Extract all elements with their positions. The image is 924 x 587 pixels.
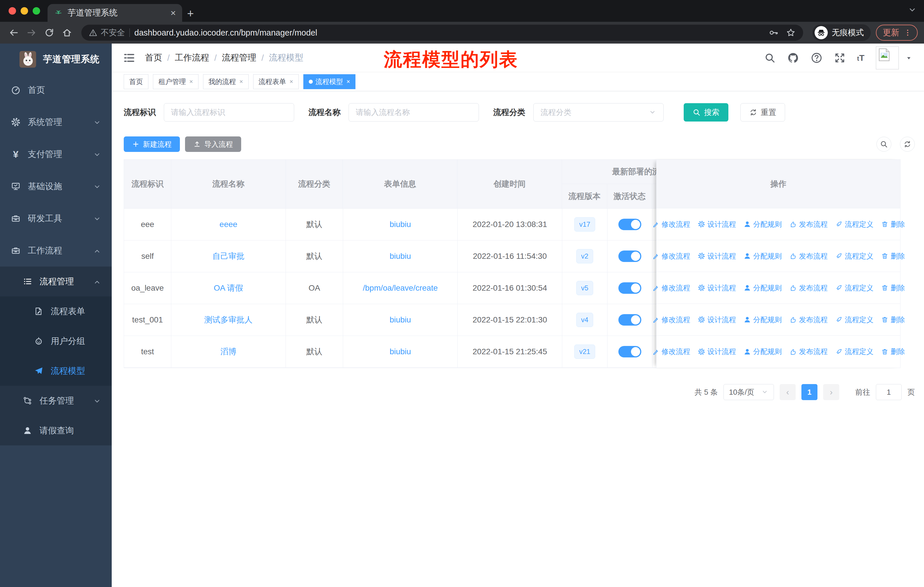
search-icon[interactable] (764, 52, 776, 64)
tab-search-chevron-icon[interactable] (908, 5, 917, 15)
version-badge[interactable]: v2 (576, 249, 593, 263)
tag-process-model[interactable]: 流程模型 × (303, 74, 356, 89)
address-bar[interactable]: 不安全 dashboard.yudao.iocoder.cn/bpm/manag… (81, 25, 803, 41)
action-definition[interactable]: 流程定义 (835, 283, 874, 293)
sidebar-item-system[interactable]: 系统管理 (0, 106, 112, 138)
browser-tab[interactable]: 芋道管理系统 × (48, 4, 182, 22)
url-text[interactable]: dashboard.yudao.iocoder.cn/bpm/manager/m… (134, 28, 764, 38)
close-icon[interactable]: × (346, 78, 350, 85)
form-info-link[interactable]: /bpm/oa/leave/create (363, 283, 438, 293)
action-publish[interactable]: 发布流程 (789, 315, 828, 324)
category-select[interactable]: 流程分类 (533, 103, 663, 122)
action-publish[interactable]: 发布流程 (789, 251, 828, 261)
action-delete[interactable]: 删除 (881, 283, 905, 293)
text-size-icon[interactable]: tT (857, 53, 865, 63)
breadcrumb-home[interactable]: 首页 (145, 52, 162, 64)
tag-tenant-mgmt[interactable]: 租户管理 × (153, 74, 198, 89)
reload-button[interactable] (42, 25, 57, 40)
form-info-link[interactable]: biubiu (389, 347, 411, 356)
process-name-link[interactable]: 自己审批 (213, 251, 244, 262)
action-delete[interactable]: 删除 (881, 315, 905, 324)
minimize-window-button[interactable] (21, 7, 28, 15)
action-definition[interactable]: 流程定义 (835, 347, 874, 356)
password-key-icon[interactable] (769, 28, 779, 38)
bookmark-star-icon[interactable] (786, 28, 796, 38)
breadcrumb-workflow[interactable]: 工作流程 (175, 52, 209, 64)
user-menu-caret-icon[interactable] (905, 54, 912, 62)
security-status[interactable]: 不安全 (89, 27, 125, 38)
action-modify[interactable]: 修改流程 (652, 251, 690, 261)
action-delete[interactable]: 删除 (881, 347, 905, 356)
close-icon[interactable]: × (290, 78, 293, 85)
active-toggle[interactable] (619, 346, 641, 357)
tag-my-process[interactable]: 我的流程 × (203, 74, 249, 89)
process-name-link[interactable]: eeee (219, 220, 237, 229)
form-info-link[interactable]: biubiu (389, 315, 411, 324)
action-design[interactable]: 设计流程 (698, 315, 736, 324)
action-publish[interactable]: 发布流程 (789, 347, 828, 356)
action-delete[interactable]: 删除 (881, 251, 905, 261)
action-design[interactable]: 设计流程 (698, 283, 736, 293)
avatar[interactable] (876, 46, 899, 69)
active-toggle[interactable] (619, 282, 641, 294)
close-icon[interactable]: × (239, 78, 243, 85)
sidebar-item-user-group[interactable]: 用户分组 (0, 326, 112, 356)
page-size-select[interactable]: 10条/页 (723, 384, 774, 400)
action-assign-rule[interactable]: 分配规则 (744, 347, 782, 356)
close-window-button[interactable] (8, 7, 16, 15)
show-search-toggle-button[interactable] (876, 137, 891, 152)
process-name-input[interactable] (348, 103, 479, 122)
process-name-link[interactable]: OA 请假 (214, 283, 243, 293)
action-assign-rule[interactable]: 分配规则 (744, 283, 782, 293)
action-publish[interactable]: 发布流程 (789, 220, 828, 229)
reset-button[interactable]: 重置 (741, 103, 785, 122)
sidebar-item-process-form[interactable]: 流程表单 (0, 296, 112, 326)
active-toggle[interactable] (619, 251, 641, 262)
close-icon[interactable]: × (189, 78, 193, 85)
action-modify[interactable]: 修改流程 (652, 315, 690, 324)
tag-home[interactable]: 首页 (124, 74, 148, 89)
import-process-button[interactable]: 导入流程 (185, 136, 241, 152)
back-button[interactable] (6, 25, 21, 40)
action-design[interactable]: 设计流程 (698, 251, 736, 261)
action-design[interactable]: 设计流程 (698, 347, 736, 356)
collapse-sidebar-icon[interactable] (123, 52, 135, 64)
github-icon[interactable] (787, 52, 799, 64)
action-definition[interactable]: 流程定义 (835, 220, 874, 229)
action-assign-rule[interactable]: 分配规则 (744, 220, 782, 229)
sidebar-item-process-model[interactable]: 流程模型 (0, 356, 112, 386)
action-modify[interactable]: 修改流程 (652, 347, 690, 356)
version-badge[interactable]: v4 (576, 313, 593, 327)
version-badge[interactable]: v5 (576, 281, 593, 295)
search-button[interactable]: 搜索 (684, 103, 728, 122)
browser-menu-dots-icon[interactable] (903, 28, 912, 37)
active-toggle[interactable] (619, 314, 641, 326)
action-modify[interactable]: 修改流程 (652, 220, 690, 229)
page-1-button[interactable]: 1 (802, 384, 817, 400)
action-publish[interactable]: 发布流程 (789, 283, 828, 293)
active-toggle[interactable] (619, 219, 641, 230)
help-icon[interactable] (810, 52, 823, 64)
process-name-link[interactable]: 测试多审批人 (205, 314, 252, 325)
create-process-button[interactable]: 新建流程 (124, 136, 180, 152)
sidebar-item-infra[interactable]: 基础设施 (0, 170, 112, 202)
action-delete[interactable]: 删除 (881, 220, 905, 229)
refresh-table-button[interactable] (900, 137, 915, 152)
tab-close-icon[interactable]: × (170, 8, 176, 18)
prev-page-button[interactable]: ‹ (780, 384, 796, 400)
action-modify[interactable]: 修改流程 (652, 283, 690, 293)
sidebar-item-leave-query[interactable]: 请假查询 (0, 416, 112, 445)
zoom-window-button[interactable] (33, 7, 40, 15)
action-assign-rule[interactable]: 分配规则 (744, 251, 782, 261)
action-definition[interactable]: 流程定义 (835, 251, 874, 261)
tag-process-form[interactable]: 流程表单 × (253, 74, 299, 89)
sidebar-item-task-mgmt[interactable]: 任务管理 (0, 386, 112, 416)
new-tab-button[interactable]: + (182, 5, 199, 22)
sidebar-item-payment[interactable]: ¥ 支付管理 (0, 138, 112, 170)
home-button[interactable] (59, 25, 74, 40)
form-info-link[interactable]: biubiu (389, 251, 411, 261)
process-name-link[interactable]: 滔博 (221, 346, 237, 357)
next-page-button[interactable]: › (823, 384, 839, 400)
fullscreen-icon[interactable] (834, 52, 845, 64)
action-assign-rule[interactable]: 分配规则 (744, 315, 782, 324)
